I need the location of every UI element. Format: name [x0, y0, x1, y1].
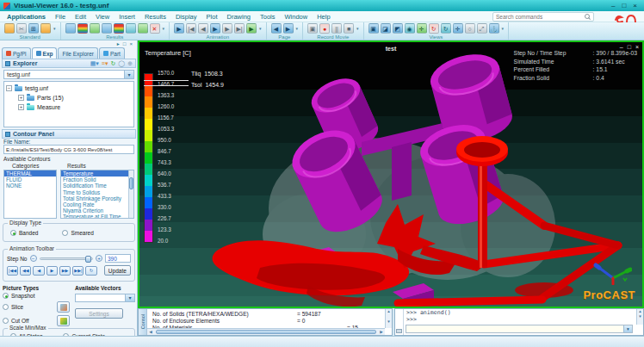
prev-page-icon[interactable]: ◀	[271, 23, 282, 34]
result-item[interactable]: Time to Solidus	[61, 189, 128, 195]
category-item[interactable]: FLUID	[4, 177, 56, 183]
result-item[interactable]: Temperature at Fill Time	[61, 214, 128, 219]
expand-icon[interactable]: +	[18, 95, 24, 101]
group-overflow-icon[interactable]: ▾	[259, 26, 262, 31]
pan-icon[interactable]: ✛	[453, 23, 463, 34]
menu-file[interactable]: File	[55, 13, 65, 21]
fit-view-icon[interactable]: ⚓	[489, 23, 499, 34]
fast-forward-button[interactable]: ▶▶	[59, 266, 71, 276]
tree-item-parts[interactable]: + Parts (15)	[6, 93, 133, 102]
menu-window[interactable]: Window	[285, 13, 308, 21]
step-decrement-icon[interactable]: −	[30, 255, 37, 262]
tab-part[interactable]: Part	[99, 47, 125, 59]
view-iso-icon[interactable]: ◩	[393, 23, 403, 34]
view-top-icon[interactable]: ◪	[381, 23, 391, 34]
axis-triad-icon[interactable]: ✛	[417, 23, 427, 34]
loop-button[interactable]: ↻	[85, 266, 96, 276]
first-frame-icon[interactable]: |◀	[186, 23, 196, 34]
sort-icon[interactable]: ≡▾	[102, 60, 108, 67]
chevron-down-icon[interactable]: ▾	[125, 294, 134, 301]
result-item[interactable]: Fraction Solid	[61, 177, 128, 183]
shell-keyboard-icon[interactable]	[395, 309, 404, 335]
chevron-down-icon[interactable]: ▾	[623, 325, 632, 332]
result-item[interactable]: Cooling Rate	[61, 201, 128, 208]
menu-tools[interactable]: Tools	[260, 13, 276, 21]
banded-radio[interactable]: Banded	[10, 230, 38, 236]
step-back-button[interactable]: ◀	[33, 266, 44, 276]
tree-item-measure[interactable]: + Measure	[6, 102, 133, 112]
step-increment-icon[interactable]: +	[96, 255, 102, 262]
menu-help[interactable]: Help	[317, 13, 330, 21]
section-cut-icon[interactable]	[102, 23, 112, 34]
minimize-button[interactable]: –	[611, 2, 615, 10]
result-item[interactable]: Solidification Time	[61, 183, 128, 189]
curve-plot-icon[interactable]	[138, 23, 148, 34]
group-overflow-icon[interactable]: ▾	[53, 26, 56, 31]
group-overflow-icon[interactable]: ▾	[296, 26, 299, 31]
category-item[interactable]: NONE	[4, 183, 56, 189]
search-input[interactable]	[493, 14, 585, 20]
viewport-3d[interactable]: test – □ × Temperature [C] 1570.0 1466.7…	[138, 40, 644, 308]
result-item[interactable]: Total Shrinkage Porosity	[61, 195, 128, 201]
cursor-picker-icon[interactable]: ✕	[150, 23, 160, 34]
next-page-icon[interactable]: ▶	[283, 23, 294, 34]
play-button[interactable]: ▶	[46, 266, 58, 276]
snapshot-radio[interactable]: Snapshot	[3, 293, 70, 299]
cut-icon[interactable]: ✂	[16, 23, 27, 34]
expand-icon[interactable]: ⊕	[127, 60, 133, 67]
last-step-button[interactable]: ▶▶|	[72, 266, 84, 276]
step-value-field[interactable]	[105, 254, 131, 263]
record-icon[interactable]: ●	[319, 23, 330, 34]
view-back-icon[interactable]: ◉	[405, 23, 415, 34]
export-icon[interactable]	[40, 23, 51, 34]
menu-results[interactable]: Results	[145, 13, 166, 21]
zoom-area-icon[interactable]: ⤢	[477, 23, 487, 34]
cutoff-settings-icon[interactable]	[57, 315, 70, 326]
menu-edit[interactable]: Edit	[75, 13, 86, 21]
result-item[interactable]: Niyama Criterion	[61, 208, 128, 214]
file-name-field[interactable]: E:/Installs/ESI/Test/Body CG 3-600 Rev08…	[3, 145, 134, 154]
last-frame-icon[interactable]: ▶|	[234, 23, 245, 34]
menu-display[interactable]: Display	[176, 13, 197, 21]
float-panel-icon[interactable]: □	[123, 40, 127, 47]
shell-command-box[interactable]: ▾	[406, 325, 633, 333]
group-overflow-icon[interactable]: ▾	[502, 26, 505, 31]
rotate-model-icon[interactable]: ↻	[429, 23, 439, 34]
probe-icon[interactable]	[126, 23, 136, 34]
console-tab[interactable]: Consol	[139, 309, 147, 335]
vectors-combo[interactable]: ▾	[75, 294, 135, 302]
shell-vertical-scrollbar[interactable]: ▲▼	[636, 309, 643, 325]
category-item[interactable]: THERMAL	[4, 170, 56, 177]
search-commands-box[interactable]	[492, 12, 594, 22]
chevron-down-icon[interactable]: ▾	[124, 71, 133, 78]
fringe-plot-icon[interactable]	[77, 23, 88, 34]
tab-exp[interactable]: Exp	[32, 47, 58, 59]
group-overflow-icon[interactable]: ▾	[163, 26, 165, 31]
open-file-icon[interactable]	[4, 23, 15, 34]
iso-surface-icon[interactable]	[114, 23, 124, 34]
rewind-button[interactable]: ◀◀	[20, 266, 31, 276]
menu-view[interactable]: View	[96, 13, 109, 21]
result-item[interactable]: Temperature	[61, 170, 128, 177]
compare-icon[interactable]: ◯	[118, 60, 125, 67]
close-button[interactable]: ×	[633, 2, 637, 10]
menu-applications[interactable]: Applications	[7, 13, 46, 21]
tree-item-root[interactable]: − testg.unf	[6, 84, 133, 93]
update-button[interactable]: Update	[104, 265, 131, 276]
contour-icon[interactable]	[65, 23, 76, 34]
menu-insert[interactable]: Insert	[119, 13, 135, 21]
filter-icon[interactable]: ▦▾	[90, 60, 99, 67]
menu-drawing[interactable]: Drawing	[226, 13, 251, 21]
expand-icon[interactable]: +	[18, 104, 24, 110]
view-front-icon[interactable]: ▣	[368, 23, 379, 34]
next-frame-icon[interactable]: ▶	[222, 23, 232, 34]
group-overflow-icon[interactable]: ▾	[356, 26, 359, 31]
close-panel-icon[interactable]: ×	[129, 40, 133, 47]
prev-frame-icon[interactable]: ◀	[198, 23, 208, 34]
first-step-button[interactable]: |◀◀	[7, 266, 18, 276]
slice-settings-icon[interactable]	[57, 301, 70, 313]
vector-settings-button[interactable]: Settings	[75, 308, 123, 319]
copy-icon[interactable]: ⊞	[28, 23, 39, 34]
camera-icon[interactable]: ▣	[307, 23, 318, 34]
results-scrollbar[interactable]	[128, 170, 133, 218]
